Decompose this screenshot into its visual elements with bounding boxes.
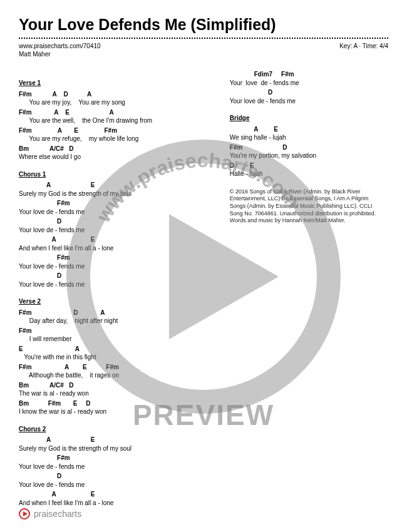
- right-column: Fdim7 F#mYour love de - fends me DYour l…: [230, 70, 385, 508]
- chord-line: D: [19, 217, 211, 226]
- lyric-line: Your love de - fends me: [19, 280, 211, 289]
- source-url: www.praisecharts.com/70410: [19, 43, 101, 49]
- chord-line: A E: [19, 235, 211, 244]
- lyric-line: The war is al - ready won: [19, 389, 211, 398]
- chord-line: D: [19, 272, 211, 280]
- section-heading: Bridge: [230, 114, 385, 123]
- chord-line: F#m D A: [19, 309, 211, 317]
- lyric-line: Your love de - fends me: [19, 226, 211, 235]
- lyric-line: And when I feel like I'm all a - lone: [19, 499, 211, 508]
- lyric-line: You're my portion, my salvation: [230, 151, 385, 160]
- lyric-line: Halle - lujah: [230, 170, 385, 178]
- lyric-line: Surely my God is the strength of my soul: [19, 444, 211, 453]
- chord-line: D E: [230, 161, 385, 170]
- lyric-line: I know the war is al - ready won: [19, 407, 211, 416]
- chord-line: Bm F#m E D: [19, 399, 211, 408]
- chord-line: Bm A/C# D: [19, 145, 211, 153]
- lyric-line: Where else would I go: [19, 153, 211, 161]
- lyric-line: Surely my God is the strength of my soul: [19, 190, 211, 198]
- lyric-line: Day after day, night after night: [19, 317, 211, 325]
- chord-line: Bm A/C# D: [19, 381, 211, 390]
- footer-logo: praisecharts: [19, 508, 81, 519]
- chord-line: A E: [230, 125, 385, 134]
- lyric-line: We sing halle - lujah: [230, 133, 385, 142]
- chord-line: A E: [19, 490, 211, 499]
- chord-line: F#m D: [230, 143, 385, 152]
- lyric-line: Your love de - fends me: [19, 262, 211, 271]
- lyric-line: Your love de - fends me: [230, 79, 385, 88]
- chord-line: F#m A E A: [19, 108, 211, 117]
- lyric-line: You are the well, the One I'm drawing fr…: [19, 116, 211, 125]
- chord-line: Fdim7 F#m: [230, 70, 385, 79]
- divider: [19, 38, 388, 39]
- lyric-line: You're with me in this fight: [19, 353, 211, 362]
- lyric-line: You are my joy, You are my song: [19, 98, 211, 107]
- chord-line: A E: [19, 436, 211, 444]
- lyric-line: And when I feel like I'm all a - lone: [19, 244, 211, 253]
- lyric-line: Your love de - fends me: [19, 208, 211, 217]
- lyric-line: Your love de - fends me: [19, 481, 211, 489]
- chord-line: F#m: [19, 454, 211, 463]
- chord-line: F#m: [19, 327, 211, 335]
- chord-line: D: [230, 88, 385, 97]
- lyric-line: You are my refuge, my whole life long: [19, 135, 211, 143]
- chord-line: D: [19, 472, 211, 481]
- chord-line: F#m A E F#m: [19, 126, 211, 135]
- chord-line: F#m: [19, 199, 211, 208]
- chord-line: F#m A E F#m: [19, 363, 211, 372]
- content-columns: Verse 1F#m A D A You are my joy, You are…: [19, 70, 388, 508]
- meta-row: www.praisecharts.com/70410 Key: A · Time…: [19, 43, 388, 49]
- left-column: Verse 1F#m A D A You are my joy, You are…: [19, 70, 211, 508]
- lyric-line: Your love de - fends me: [19, 463, 211, 471]
- chord-line: A E: [19, 181, 211, 190]
- copyright-text: © 2016 Songs of Black River (Admin. by B…: [230, 188, 385, 225]
- song-title: Your Love Defends Me (Simplified): [19, 16, 388, 34]
- chord-line: F#m A D A: [19, 90, 211, 99]
- section-heading: Verse 1: [19, 79, 211, 88]
- artist-name: Matt Maher: [19, 51, 388, 58]
- lyric-line: Your love de - fends me: [230, 97, 385, 106]
- section-heading: Chorus 1: [19, 170, 211, 179]
- chord-line: F#m: [19, 253, 211, 262]
- play-icon: [19, 508, 30, 519]
- key-time: Key: A · Time: 4/4: [339, 43, 388, 49]
- lyric-line: Although the battle, it rages on: [19, 371, 211, 380]
- lyric-line: I will remember: [19, 335, 211, 344]
- section-heading: Verse 2: [19, 297, 211, 306]
- footer-brand: praisecharts: [34, 509, 81, 519]
- chord-line: E A: [19, 345, 211, 354]
- section-heading: Chorus 2: [19, 425, 211, 434]
